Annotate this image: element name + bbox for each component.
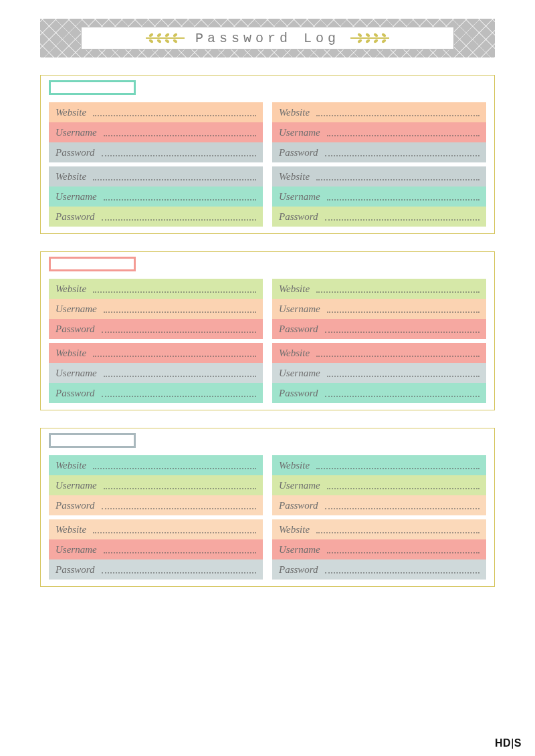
password-card: WebsiteUsernamePassword (49, 343, 263, 403)
username-row[interactable]: Username (272, 186, 486, 207)
username-row[interactable]: Username (49, 363, 263, 383)
username-row[interactable]: Username (272, 475, 486, 495)
write-line[interactable] (316, 115, 479, 116)
write-line[interactable] (327, 135, 479, 136)
website-row[interactable]: Website (272, 102, 486, 122)
website-row[interactable]: Website (49, 166, 263, 186)
password-row[interactable]: Password (272, 495, 486, 515)
svg-point-10 (357, 33, 362, 37)
website-label: Website (56, 348, 86, 359)
write-line[interactable] (93, 179, 256, 180)
username-label: Username (279, 480, 320, 491)
password-section: WebsiteUsernamePasswordWebsiteUsernamePa… (40, 428, 495, 587)
username-row[interactable]: Username (49, 539, 263, 559)
password-row[interactable]: Password (272, 383, 486, 403)
svg-point-8 (173, 39, 178, 43)
write-line[interactable] (325, 572, 479, 574)
write-line[interactable] (93, 291, 256, 293)
write-line[interactable] (93, 356, 256, 357)
website-label: Website (279, 460, 310, 471)
write-line[interactable] (325, 155, 479, 156)
website-row[interactable]: Website (49, 519, 263, 539)
write-line[interactable] (325, 396, 479, 397)
header-banner: Password Log (40, 19, 495, 57)
username-row[interactable]: Username (272, 122, 486, 142)
write-line[interactable] (104, 376, 256, 377)
website-row[interactable]: Website (272, 279, 486, 299)
password-row[interactable]: Password (272, 207, 486, 227)
write-line[interactable] (104, 135, 256, 136)
password-row[interactable]: Password (49, 559, 263, 580)
password-row[interactable]: Password (49, 207, 263, 227)
write-line[interactable] (316, 179, 479, 180)
website-row[interactable]: Website (272, 455, 486, 475)
svg-point-14 (373, 33, 379, 37)
password-label: Password (279, 388, 318, 399)
write-line[interactable] (93, 115, 256, 116)
username-row[interactable]: Username (49, 475, 263, 495)
write-line[interactable] (327, 311, 479, 313)
section-tab[interactable] (49, 257, 136, 271)
write-line[interactable] (316, 532, 479, 533)
password-row[interactable]: Password (49, 319, 263, 339)
write-line[interactable] (327, 488, 479, 489)
write-line[interactable] (102, 155, 256, 156)
password-row[interactable]: Password (49, 495, 263, 515)
write-line[interactable] (102, 332, 256, 333)
website-row[interactable]: Website (49, 455, 263, 475)
entries-grid: WebsiteUsernamePasswordWebsiteUsernamePa… (41, 279, 494, 407)
username-row[interactable]: Username (49, 186, 263, 207)
website-row[interactable]: Website (49, 279, 263, 299)
password-row[interactable]: Password (272, 559, 486, 580)
write-line[interactable] (327, 552, 479, 553)
website-row[interactable]: Website (272, 343, 486, 363)
write-line[interactable] (102, 219, 256, 221)
write-line[interactable] (102, 508, 256, 509)
username-label: Username (56, 480, 97, 491)
svg-point-16 (381, 33, 387, 37)
password-label: Password (279, 211, 318, 223)
username-row[interactable]: Username (272, 299, 486, 319)
write-line[interactable] (325, 219, 479, 221)
write-line[interactable] (327, 199, 479, 201)
website-row[interactable]: Website (272, 166, 486, 186)
website-label: Website (279, 348, 310, 359)
write-line[interactable] (102, 572, 256, 574)
password-row[interactable]: Password (49, 142, 263, 162)
password-row[interactable]: Password (272, 319, 486, 339)
write-line[interactable] (327, 376, 479, 377)
username-row[interactable]: Username (49, 299, 263, 319)
write-line[interactable] (325, 508, 479, 509)
write-line[interactable] (316, 356, 479, 357)
write-line[interactable] (104, 311, 256, 313)
write-line[interactable] (104, 199, 256, 201)
password-section: WebsiteUsernamePasswordWebsiteUsernamePa… (40, 251, 495, 410)
username-row[interactable]: Username (49, 122, 263, 142)
watermark-right: S (514, 737, 522, 749)
write-line[interactable] (93, 532, 256, 533)
website-row[interactable]: Website (49, 343, 263, 363)
website-label: Website (279, 524, 310, 535)
section-tab[interactable] (49, 80, 136, 95)
username-row[interactable]: Username (272, 363, 486, 383)
password-label: Password (56, 388, 95, 399)
write-line[interactable] (316, 291, 479, 293)
section-tab[interactable] (49, 433, 136, 448)
write-line[interactable] (325, 332, 479, 333)
password-row[interactable]: Password (49, 383, 263, 403)
website-row[interactable]: Website (272, 519, 486, 539)
write-line[interactable] (316, 468, 479, 469)
write-line[interactable] (104, 488, 256, 489)
username-row[interactable]: Username (272, 539, 486, 559)
website-row[interactable]: Website (49, 102, 263, 122)
password-row[interactable]: Password (272, 142, 486, 162)
website-label: Website (279, 171, 310, 182)
write-line[interactable] (93, 468, 256, 469)
password-label: Password (279, 500, 318, 511)
svg-point-1 (148, 33, 154, 37)
write-line[interactable] (104, 552, 256, 553)
write-line[interactable] (102, 396, 256, 397)
laurel-right-icon (349, 32, 391, 44)
password-label: Password (279, 324, 318, 335)
password-label: Password (279, 147, 318, 158)
